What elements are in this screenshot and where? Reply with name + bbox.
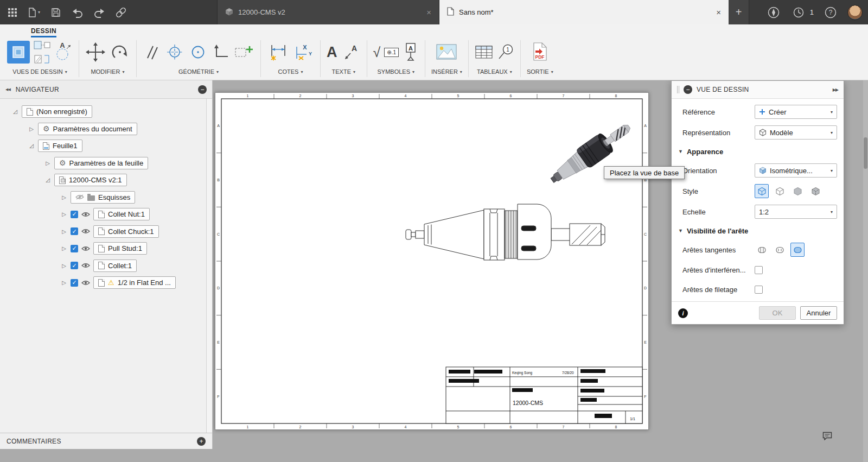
thread-edges-checkbox[interactable]	[755, 286, 763, 294]
visibility-checkbox[interactable]: ✓	[71, 245, 78, 252]
surface-finish-tool[interactable]: √	[373, 46, 381, 59]
cancel-button[interactable]: Annuler	[800, 306, 837, 320]
expand-tree-icon[interactable]: ▷	[61, 194, 67, 200]
group-label-tableaux[interactable]: TABLEAUX▾	[477, 68, 512, 75]
style-shaded-edges-button[interactable]	[755, 184, 769, 198]
visibility-checkbox[interactable]: ✓	[71, 227, 78, 235]
navigator-item-label[interactable]: Collet Nut:1	[93, 208, 150, 220]
save-button[interactable]	[48, 0, 64, 24]
group-label-texte[interactable]: TEXTE▾	[332, 68, 355, 75]
group-label-cotes[interactable]: COTES▾	[278, 68, 303, 75]
navigator-item[interactable]: ▷✓Collet:1	[0, 257, 206, 275]
move-tool[interactable]	[85, 42, 106, 62]
datum-identifier-tool[interactable]: A	[403, 42, 419, 62]
style-shaded-hidden-edges-button[interactable]	[808, 184, 822, 198]
collapse-panel-icon[interactable]: ◀◀	[5, 87, 10, 92]
text-tool[interactable]: A	[327, 45, 337, 60]
group-label-modifier[interactable]: MODIFIER▾	[91, 68, 125, 75]
file-menu-button[interactable]: ▾	[26, 0, 42, 24]
navigator-item[interactable]: ▷⚙Paramètres de la feuille	[0, 155, 206, 172]
navigator-item-label[interactable]: ⚠1/2 in Flat End ...	[93, 276, 176, 289]
navigator-item[interactable]: ◿Feuille1	[0, 137, 206, 155]
collapse-tree-icon[interactable]: ◿	[44, 177, 51, 183]
section-view-tool[interactable]	[34, 53, 51, 66]
visibility-checkbox[interactable]: ✓	[71, 262, 78, 269]
navigator-item-label[interactable]: ⚙Paramètres du document	[38, 123, 137, 135]
navigator-item[interactable]: ▷✓⚠1/2 in Flat End ...	[0, 274, 206, 292]
interference-edges-checkbox[interactable]	[755, 266, 763, 274]
representation-dropdown[interactable]: Modèle ▾	[755, 125, 837, 140]
document-tab-inactive[interactable]: 12000-CMS v2 ×	[217, 0, 439, 24]
group-label-sortie[interactable]: SORTIE▾	[527, 68, 553, 75]
scrollbar-thumb[interactable]	[864, 137, 867, 169]
style-shaded-button[interactable]	[790, 184, 805, 198]
parallel-constraint-tool[interactable]	[143, 43, 161, 61]
reference-dropdown[interactable]: Créer ▾	[755, 105, 837, 119]
new-tab-button[interactable]: +	[729, 0, 749, 24]
tangent-edges-shortened-button[interactable]	[773, 243, 787, 257]
scale-dropdown[interactable]: 1:2 ▾	[755, 205, 837, 219]
navigator-item[interactable]: ▷✓Collet Chuck:1	[0, 223, 206, 241]
navigator-item-label[interactable]: ⚙Paramètres de la feuille	[54, 157, 148, 169]
ok-button[interactable]: OK	[759, 306, 796, 320]
navigator-item-label[interactable]: Pull Stud:1	[93, 242, 147, 255]
visibility-checkbox[interactable]: ✓	[71, 279, 78, 287]
expand-dialog-icon[interactable]: ▶▶	[833, 87, 838, 92]
expand-tree-icon[interactable]: ▷	[61, 229, 67, 235]
navigator-item-label[interactable]: Feuille1	[38, 140, 82, 152]
ordinate-dimension-tool[interactable]: XY	[292, 42, 314, 62]
collapse-tree-icon[interactable]: ◿	[28, 143, 35, 149]
dialog-header[interactable]: − VUE DE DESSIN ▶▶	[672, 81, 844, 99]
expand-tree-icon[interactable]: ▷	[61, 211, 67, 217]
navigator-item[interactable]: ▷✓Collet Nut:1	[0, 206, 206, 223]
user-avatar[interactable]	[847, 5, 863, 20]
eye-icon[interactable]	[81, 246, 90, 251]
close-tab-icon[interactable]: ×	[716, 8, 721, 17]
edge-extend-tool[interactable]	[212, 43, 230, 61]
navigator-item-label[interactable]: Collet Chuck:1	[93, 225, 159, 238]
job-status-clock-icon[interactable]	[790, 0, 807, 24]
navigator-scrollbar[interactable]	[206, 99, 212, 433]
feature-control-frame-tool[interactable]: ⊕.1	[384, 48, 399, 57]
insert-image-tool[interactable]	[436, 43, 457, 61]
style-wireframe-button[interactable]	[773, 184, 787, 198]
export-pdf-tool[interactable]: PDF	[531, 42, 548, 62]
navigator-item-label[interactable]: 12000-CMS v2:1	[54, 174, 127, 186]
close-tab-icon[interactable]: ×	[426, 8, 431, 17]
rotate-tool[interactable]	[110, 42, 130, 62]
projected-view-tool[interactable]	[34, 39, 51, 52]
section-apparence[interactable]: ▼ Apparence	[672, 143, 844, 160]
center-mark-tool[interactable]	[165, 42, 184, 62]
info-icon[interactable]: i	[678, 308, 688, 318]
balloon-tool[interactable]: 1	[497, 43, 514, 61]
base-view-tool[interactable]	[7, 41, 30, 64]
eye-icon[interactable]	[81, 229, 90, 234]
drag-grip-icon[interactable]	[677, 86, 679, 93]
comments-bar[interactable]: COMMENTAIRES +	[0, 433, 212, 449]
navigator-item[interactable]: ◿12000-CMS v2:1	[0, 172, 206, 189]
leader-text-tool[interactable]: A	[341, 43, 361, 61]
orientation-dropdown[interactable]: Isométrique... ▾	[755, 163, 837, 178]
help-icon[interactable]: ?	[822, 0, 839, 24]
navigator-item[interactable]: ▷Esquisses	[0, 189, 206, 206]
collapse-tree-icon[interactable]: ◿	[12, 109, 18, 115]
document-tab-active[interactable]: Sans nom* ×	[439, 0, 729, 24]
eye-icon[interactable]	[81, 212, 90, 217]
comment-bubble-icon[interactable]	[822, 432, 832, 442]
canvas-scrollbar[interactable]	[863, 80, 868, 462]
expand-tree-icon[interactable]: ▷	[44, 160, 51, 166]
project-geometry-tool[interactable]	[234, 43, 254, 61]
drawing-sheet[interactable]: 1122334455667788AABBCCDDEEFF	[215, 92, 649, 430]
group-label-inserer[interactable]: INSÉRER▾	[431, 68, 462, 75]
expand-tree-icon[interactable]: ▷	[61, 280, 67, 286]
group-label-geometrie[interactable]: GÉOMÉTRIE▾	[178, 68, 219, 75]
app-grid-icon[interactable]	[4, 0, 21, 24]
group-label-symboles[interactable]: SYMBOLES▾	[377, 68, 414, 75]
expand-tree-icon[interactable]: ▷	[28, 126, 35, 132]
workspace-tab-dessin[interactable]: DESSIN	[31, 27, 56, 37]
dimension-tool[interactable]	[267, 42, 289, 62]
expand-tree-icon[interactable]: ▷	[61, 263, 67, 269]
navigator-item[interactable]: ▷✓Pull Stud:1	[0, 240, 206, 257]
navigator-item-label[interactable]: Esquisses	[71, 191, 135, 204]
eye-icon[interactable]	[81, 263, 90, 268]
